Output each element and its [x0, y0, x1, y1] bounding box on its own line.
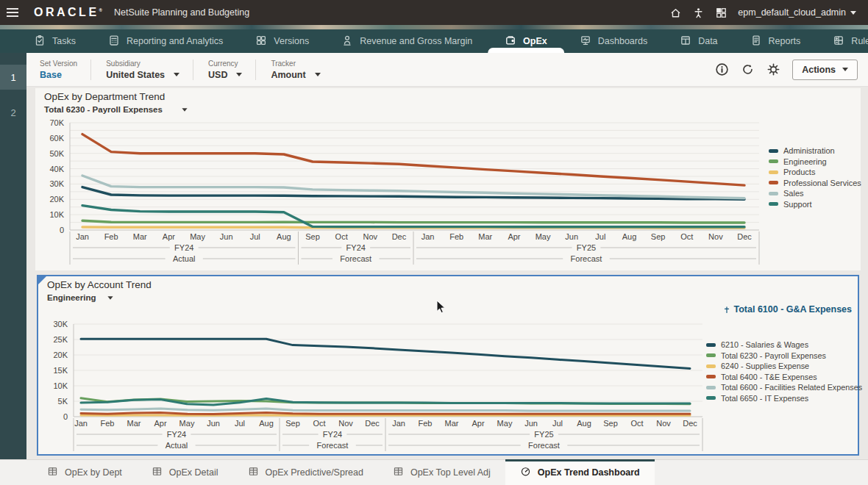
legend-item[interactable]: 6240 - Supplies Expense	[706, 361, 862, 372]
y-axis-label: 40K	[49, 165, 64, 173]
table-icon	[680, 35, 691, 48]
month-label: May	[536, 232, 551, 241]
nav-tab-label: Dashboards	[598, 36, 647, 46]
legend-item[interactable]: Support	[769, 199, 861, 210]
legend-item[interactable]: 6210 - Salaries & Wages	[706, 340, 862, 351]
month-label: Aug	[259, 419, 274, 428]
month-label: Sep	[603, 419, 618, 428]
group-label: FY25	[534, 430, 553, 439]
settings-icon[interactable]	[766, 62, 780, 76]
month-label: Jan	[421, 232, 435, 241]
caret-down-icon	[315, 73, 321, 76]
tab-revenue-and-gross-margin[interactable]: Revenue and Gross Margin	[341, 29, 472, 53]
caret-down-icon	[850, 11, 856, 15]
pov-label: Currency	[208, 60, 242, 68]
accessibility-icon[interactable]	[692, 7, 705, 19]
pov-set-version[interactable]: Set Version Base	[35, 60, 90, 80]
group-label: Forecast	[528, 441, 560, 450]
y-axis-label: 70K	[49, 118, 64, 127]
y-axis-label: 5K	[58, 397, 68, 406]
y-axis-label: 30K	[49, 179, 64, 188]
tab-data[interactable]: Data	[680, 29, 717, 53]
oracle-logo: ORACLE®	[34, 6, 102, 19]
tab-reporting-and-analytics[interactable]: Reporting and Analytics	[108, 29, 223, 53]
opex-by-account-trend-panel: OpEx by Account Trend Engineering Total …	[37, 275, 859, 456]
caret-down-icon	[842, 68, 848, 71]
month-label: Nov	[338, 419, 353, 428]
y-axis-label: 20K	[53, 351, 68, 359]
legend-swatch	[769, 159, 778, 163]
legend-item[interactable]: Engineering	[769, 157, 861, 168]
wallet-icon	[505, 35, 516, 48]
tab-opex-detail[interactable]: OpEx Detail	[137, 460, 233, 485]
month-label: Oct	[335, 232, 348, 241]
tab-reports[interactable]: Reports	[750, 29, 801, 53]
tab-tasks[interactable]: Tasks	[34, 29, 76, 53]
nav-tab-label: Data	[698, 36, 717, 46]
nav-tab-label: Revenue and Gross Margin	[360, 36, 472, 46]
month-label: Apr	[472, 419, 484, 428]
group-label: FY24	[346, 243, 366, 252]
user-menu[interactable]: epm_default_cloud_admin	[738, 7, 856, 18]
actions-button[interactable]: Actions	[792, 60, 858, 80]
tab-dashboards[interactable]: Dashboards	[580, 29, 647, 53]
pov-subsidiary[interactable]: Subsidiary United States	[102, 60, 193, 80]
month-label: Jun	[207, 419, 220, 428]
month-label: Sep	[305, 232, 320, 241]
dashboard-tabs-bar: OpEx by Dept OpEx Detail OpEx Predictive…	[0, 459, 868, 485]
legend-item[interactable]: Total 6600 - Facilities Related Expenses	[706, 382, 862, 393]
divider	[193, 60, 193, 80]
pov-currency[interactable]: Currency USD	[204, 60, 255, 80]
pov-label: Subsidiary	[106, 60, 179, 68]
dashboard-page-indicator: 1 2	[0, 53, 26, 459]
tab-opex[interactable]: OpEx	[505, 29, 547, 53]
month-label: Jul	[552, 419, 563, 428]
bottom-tab-label: OpEx Predictive/Spread	[266, 467, 363, 478]
nav-tab-label: Versions	[274, 36, 309, 46]
tab-versions[interactable]: Versions	[255, 29, 309, 53]
legend-item[interactable]: Total 6400 - T&E Expenses	[706, 372, 862, 383]
month-label: Dec	[683, 419, 697, 428]
legend-swatch	[769, 192, 778, 195]
tab-opex-trend-dashboard[interactable]: OpEx Trend Dashboard	[505, 460, 655, 485]
tab-opex-by-dept[interactable]: OpEx by Dept	[32, 460, 137, 485]
month-label: Mar	[478, 232, 492, 241]
legend-item[interactable]: Total 6650 - IT Expenses	[706, 393, 862, 404]
apps-grid-icon[interactable]	[715, 7, 728, 19]
legend-item[interactable]: Total 6230 - Payroll Expenses	[706, 351, 862, 362]
pov-tracker[interactable]: Tracker Amount	[266, 60, 333, 80]
divider	[90, 60, 91, 80]
legend-swatch	[706, 343, 716, 347]
month-label: Oct	[313, 419, 325, 428]
y-axis-label: 0	[60, 226, 64, 234]
refresh-icon[interactable]	[741, 62, 755, 76]
group-label: Forecast	[317, 441, 349, 450]
month-label: Mar	[127, 419, 141, 428]
month-label: Apr	[154, 419, 166, 428]
series-line-total-6600-facilities-related-expenses	[81, 409, 690, 411]
legend-item[interactable]: Administration	[769, 146, 861, 157]
home-icon[interactable]	[669, 7, 682, 19]
legend-swatch	[769, 149, 778, 153]
month-label: Jul	[250, 232, 260, 241]
legend-item[interactable]: Sales	[769, 188, 861, 199]
nav-tab-label: OpEx	[523, 36, 547, 46]
page-2-button[interactable]: 2	[0, 100, 26, 125]
month-label: Apr	[163, 232, 175, 241]
y-axis-label: 60K	[49, 134, 64, 143]
group-label: FY24	[323, 430, 342, 439]
info-icon[interactable]	[715, 62, 729, 76]
grid-icon	[152, 466, 163, 479]
page-1-button[interactable]: 1	[0, 65, 26, 90]
squares-icon	[255, 35, 267, 48]
y-axis-label: 10K	[53, 381, 68, 390]
tab-opex-predictive-spread[interactable]: OpEx Predictive/Spread	[233, 460, 378, 485]
month-label: Feb	[449, 232, 463, 241]
legend-item[interactable]: Professional Services	[769, 178, 861, 189]
legend-item[interactable]: Products	[769, 167, 861, 178]
tab-rules[interactable]: Rules	[833, 29, 868, 53]
month-label: May	[190, 232, 205, 241]
tab-opex-top-level-adj[interactable]: OpEx Top Level Adj	[378, 460, 505, 485]
menu-icon[interactable]	[0, 0, 25, 25]
legend-swatch	[706, 396, 716, 400]
